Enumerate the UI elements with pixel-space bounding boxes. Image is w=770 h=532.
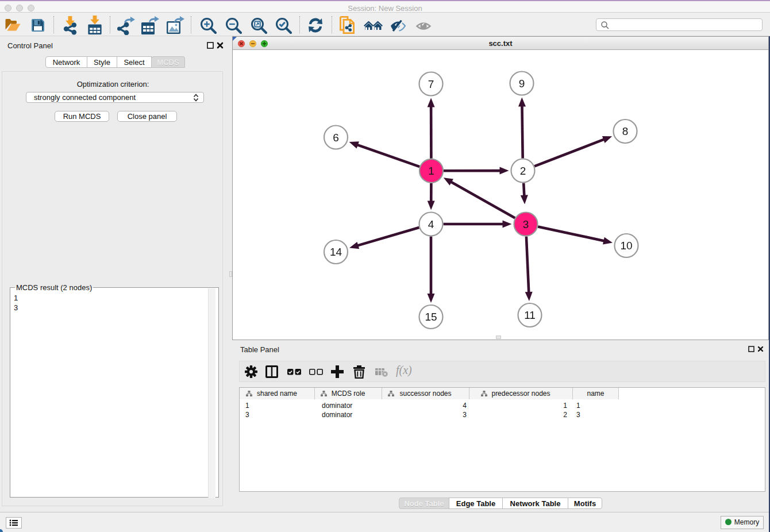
svg-text:2: 2 xyxy=(520,165,526,177)
svg-text:15: 15 xyxy=(425,311,437,323)
svg-text:1: 1 xyxy=(428,165,434,177)
svg-text:10: 10 xyxy=(620,240,632,252)
svg-text:8: 8 xyxy=(622,125,629,137)
svg-text:f(x): f(x) xyxy=(396,365,412,377)
svg-text:7: 7 xyxy=(428,78,434,90)
svg-text:6: 6 xyxy=(333,132,339,144)
svg-text:4: 4 xyxy=(428,218,434,230)
svg-text:9: 9 xyxy=(519,78,525,90)
svg-text:11: 11 xyxy=(524,309,536,321)
svg-text:14: 14 xyxy=(330,246,342,258)
svg-text:3: 3 xyxy=(523,218,529,230)
